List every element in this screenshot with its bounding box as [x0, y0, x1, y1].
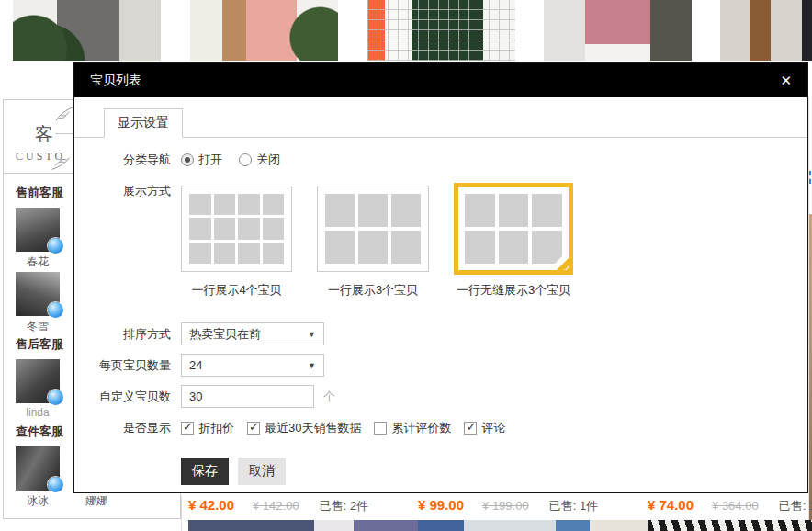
chat-status-icon[interactable] [48, 390, 63, 405]
checkbox-icon[interactable]: ✓ [181, 422, 194, 435]
product-photo[interactable] [188, 520, 418, 531]
product-column-divider [181, 496, 182, 531]
chat-status-icon[interactable] [48, 238, 63, 254]
member-name: 冬雪 [16, 319, 60, 333]
price-current: ¥ 42.00 [188, 497, 234, 513]
per-page-select[interactable]: 24 ▼ [181, 354, 324, 377]
checkbox-total-reviews[interactable]: ✓ 累计评价数 [374, 420, 451, 436]
service-member[interactable]: 冬雪 [16, 272, 60, 333]
member-name: linda [16, 406, 60, 420]
product-photo[interactable] [544, 0, 692, 61]
price-original: ¥ 364.00 [712, 499, 759, 513]
thumbnail-grid [189, 194, 284, 264]
field-label: 是否显示 [74, 420, 171, 436]
product-price-row: ¥ 74.00 ¥ 364.00 已售: 1件 [648, 497, 812, 514]
avatar[interactable] [16, 272, 60, 316]
display-option-caption: 一行无缝展示3个宝贝 [454, 282, 573, 299]
modal-header: 宝贝列表 ✕ [74, 63, 807, 97]
cancel-button[interactable]: 取消 [238, 458, 286, 485]
field-label: 排序方式 [74, 326, 171, 343]
product-price-row: ¥ 42.00 ¥ 142.00 已售: 2件 [188, 497, 427, 514]
display-option-thumbnail[interactable]: ✓ [317, 186, 429, 272]
radio-option-open[interactable]: 打开 [181, 152, 222, 168]
member-name: 娜娜 [74, 493, 118, 507]
chat-status-icon[interactable] [48, 477, 63, 492]
display-option-thumbnail[interactable]: ✓ [181, 186, 292, 272]
leaf-ornament-icon [49, 154, 72, 173]
avatar[interactable] [16, 208, 60, 252]
sold-count: 已售: 1件 [779, 498, 812, 514]
page-right-sliver [808, 96, 812, 531]
price-current: ¥ 74.00 [648, 497, 694, 513]
product-photo[interactable] [648, 520, 812, 531]
checkbox-icon[interactable]: ✓ [464, 422, 477, 435]
display-option-3-per-row: ✓ 一行展示3个宝贝 [317, 183, 429, 299]
field-label: 自定义宝贝数 [74, 389, 171, 405]
price-original: ¥ 142.00 [253, 499, 299, 513]
sort-select[interactable]: 热卖宝贝在前 ▼ [181, 322, 324, 345]
close-icon[interactable]: ✕ [780, 73, 792, 87]
chevron-down-icon: ▼ [308, 330, 316, 339]
radio-option-close[interactable]: 关闭 [239, 152, 280, 168]
radio-icon[interactable] [239, 153, 252, 166]
checkbox-30day-sales[interactable]: ✓ 最近30天销售数据 [247, 420, 361, 436]
chevron-down-icon: ▼ [308, 361, 316, 370]
service-member[interactable]: 春花 [16, 208, 60, 268]
field-label: 展示方式 [74, 183, 171, 199]
radio-icon[interactable] [181, 153, 194, 166]
price-original: ¥ 199.00 [482, 499, 529, 513]
product-photo[interactable] [720, 0, 812, 61]
product-list-settings-modal: 宝贝列表 ✕ 显示设置 分类导航 打开 关闭 [73, 62, 808, 493]
checkbox-label: 评论 [481, 420, 505, 436]
field-label: 每页宝贝数量 [74, 357, 171, 374]
avatar[interactable] [16, 446, 60, 491]
logo-cn-text: 客 [35, 122, 53, 147]
checkbox-icon[interactable]: ✓ [374, 422, 387, 435]
product-photo[interactable] [13, 0, 161, 61]
display-option-thumbnail[interactable]: ✓ [454, 183, 573, 275]
product-photo[interactable] [190, 0, 338, 61]
radio-label: 关闭 [256, 152, 280, 168]
product-photo[interactable] [367, 0, 515, 61]
modal-title: 宝贝列表 [90, 73, 141, 89]
check-icon: ✓ [562, 263, 571, 275]
checkbox-label: 折扣价 [198, 420, 234, 436]
member-name: 冰冰 [16, 493, 60, 507]
save-button[interactable]: 保存 [181, 458, 229, 485]
field-label: 分类导航 [74, 152, 171, 168]
checkbox-label: 最近30天销售数据 [265, 420, 361, 436]
display-mode-options: ✓ 一行展示4个宝贝 ✓ 一行展示3个宝贝 [181, 183, 573, 299]
display-option-caption: 一行展示4个宝贝 [181, 282, 292, 299]
sold-count: 已售: 1件 [549, 498, 598, 514]
sort-select-value: 热卖宝贝在前 [189, 326, 261, 343]
per-page-select-value: 24 [189, 358, 202, 372]
display-option-seamless-3-per-row: ✓ 一行无缝展示3个宝贝 [454, 183, 573, 299]
product-price-row: ¥ 99.00 ¥ 199.00 已售: 1件 [418, 497, 657, 514]
leaf-ornament-icon [53, 106, 75, 122]
unit-suffix: 个 [323, 389, 335, 405]
sold-count: 已售: 2件 [320, 498, 368, 514]
page: 客 CUSTO 售前客服 春花 [0, 0, 812, 531]
modal-tabbar: 显示设置 [74, 108, 807, 138]
display-option-caption: 一行展示3个宝贝 [317, 282, 429, 299]
checkbox-comments[interactable]: ✓ 评论 [464, 420, 505, 436]
checkbox-icon[interactable]: ✓ [247, 422, 260, 435]
display-option-4-per-row: ✓ 一行展示4个宝贝 [181, 183, 292, 299]
member-name: 春花 [16, 254, 60, 268]
category-nav-radio-group: 打开 关闭 [181, 152, 280, 168]
checkbox-label: 累计评价数 [391, 420, 451, 436]
checkbox-discount-price[interactable]: ✓ 折扣价 [181, 420, 234, 436]
avatar[interactable] [16, 359, 60, 403]
thumbnail-grid [325, 194, 421, 264]
custom-count-input[interactable] [181, 385, 314, 408]
radio-label: 打开 [198, 152, 222, 168]
service-member[interactable]: 冰冰 [16, 446, 60, 507]
tab-display-settings[interactable]: 显示设置 [104, 108, 183, 138]
price-current: ¥ 99.00 [418, 497, 464, 513]
settings-form: 分类导航 打开 关闭 展示方式 [74, 152, 807, 485]
product-photo[interactable] [418, 520, 648, 531]
chat-status-icon[interactable] [48, 302, 63, 318]
service-member[interactable]: linda [16, 359, 60, 420]
show-options-group: ✓ 折扣价 ✓ 最近30天销售数据 ✓ 累计评价数 ✓ 评论 [181, 420, 505, 436]
